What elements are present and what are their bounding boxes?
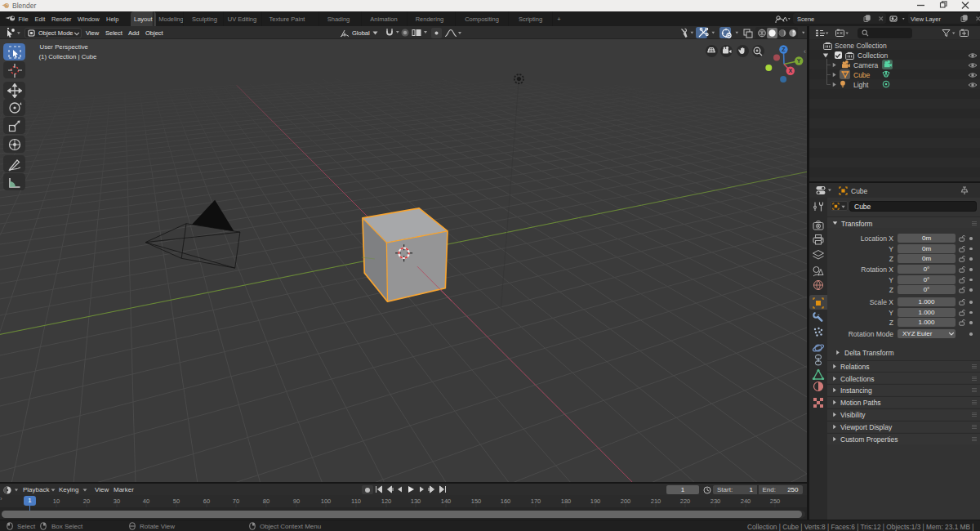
svg-text:X: X [788, 68, 792, 74]
svg-text:Y: Y [797, 58, 801, 64]
svg-text:Z: Z [782, 47, 786, 52]
